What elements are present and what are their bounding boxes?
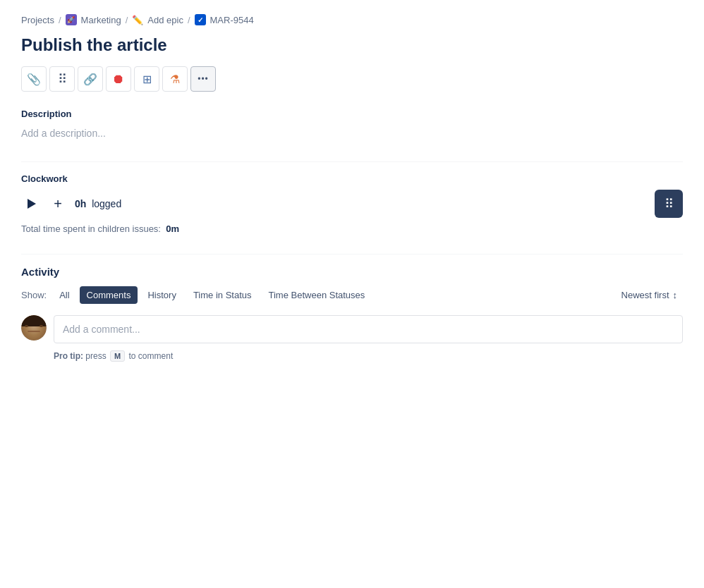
- play-icon: [28, 199, 36, 209]
- tab-all[interactable]: All: [52, 286, 76, 304]
- clockwork-label: Clockwork: [21, 173, 683, 184]
- record-icon: ⏺: [112, 72, 125, 87]
- more-icon: •••: [198, 74, 209, 84]
- table-icon: ⊞: [142, 73, 152, 86]
- more-button[interactable]: •••: [190, 66, 216, 92]
- tab-history[interactable]: History: [140, 286, 183, 304]
- page-wrapper: Projects / 🚀 Marketing / ✏️ Add epic / ✓…: [0, 0, 704, 588]
- marketing-project-icon: 🚀: [66, 14, 77, 25]
- breadcrumb-sep-3: /: [188, 15, 190, 25]
- divider-2: [21, 254, 683, 255]
- flask-icon: ⚗: [170, 73, 180, 86]
- show-label: Show:: [21, 290, 47, 300]
- page-title: Publish the article: [21, 35, 683, 55]
- pencil-icon: ✏️: [132, 15, 143, 25]
- tab-time-between-statuses[interactable]: Time Between Statuses: [262, 286, 372, 304]
- breadcrumb: Projects / 🚀 Marketing / ✏️ Add epic / ✓…: [21, 14, 683, 25]
- total-time-value: 0m: [166, 223, 179, 234]
- activity-section: Activity Show: All Comments History Time…: [21, 266, 683, 362]
- logged-text: 0h logged: [75, 198, 121, 209]
- hierarchy-view-icon: ⠿: [664, 196, 674, 212]
- divider-1: [21, 161, 683, 162]
- link-icon: 🔗: [83, 73, 97, 86]
- clockwork-row: + 0h logged ⠿: [21, 190, 683, 218]
- plus-icon: +: [54, 196, 62, 212]
- link-button[interactable]: 🔗: [78, 66, 103, 92]
- comment-placeholder: Add a comment...: [63, 324, 140, 335]
- description-section: Description Add a description...: [21, 109, 683, 142]
- keyboard-shortcut-m: M: [110, 350, 125, 362]
- comment-area: Add a comment...: [21, 315, 683, 343]
- breadcrumb-epic-link[interactable]: Add epic: [147, 15, 183, 25]
- breadcrumb-issue: ✓: [195, 14, 206, 25]
- record-button[interactable]: ⏺: [106, 66, 131, 92]
- sort-order-button[interactable]: Newest first ↕: [616, 286, 683, 304]
- user-avatar: [21, 315, 47, 341]
- breadcrumb-issue-link[interactable]: MAR-9544: [210, 15, 254, 25]
- breadcrumb-projects[interactable]: Projects: [21, 15, 54, 25]
- description-placeholder[interactable]: Add a description...: [21, 125, 683, 142]
- logged-hours: 0h: [75, 198, 86, 209]
- breadcrumb-epic: ✏️: [132, 15, 143, 25]
- breadcrumb-marketing[interactable]: Marketing: [81, 15, 121, 25]
- description-label: Description: [21, 109, 683, 119]
- breadcrumb-sep-1: /: [59, 15, 61, 25]
- flask-button[interactable]: ⚗: [162, 66, 188, 92]
- table-button[interactable]: ⊞: [134, 66, 159, 92]
- breadcrumb-sep-2: /: [126, 15, 128, 25]
- activity-header: Activity: [21, 266, 683, 278]
- tab-comments[interactable]: Comments: [80, 286, 138, 304]
- tab-time-in-status[interactable]: Time in Status: [186, 286, 259, 304]
- activity-tabs-row: Show: All Comments History Time in Statu…: [21, 286, 683, 304]
- comment-input[interactable]: Add a comment...: [54, 315, 683, 343]
- hierarchy-view-button[interactable]: ⠿: [655, 190, 683, 218]
- attach-button[interactable]: 📎: [21, 66, 47, 92]
- total-time-text: Total time spent in children issues: 0m: [21, 223, 683, 234]
- tabs-group: All Comments History Time in Status Time…: [52, 286, 615, 304]
- clockwork-section: Clockwork + 0h logged ⠿ Total time spent…: [21, 173, 683, 234]
- hierarchy-icon: ⠿: [58, 71, 67, 87]
- toolbar: 📎 ⠿ 🔗 ⏺ ⊞ ⚗ •••: [21, 66, 683, 92]
- structure-button[interactable]: ⠿: [49, 66, 75, 92]
- issue-type-icon: ✓: [195, 14, 206, 25]
- sort-label: Newest first: [621, 290, 669, 300]
- avatar: [21, 315, 47, 341]
- play-button[interactable]: [21, 194, 41, 214]
- add-time-button[interactable]: +: [48, 194, 68, 214]
- sort-icon: ↕: [673, 290, 678, 300]
- pro-tip-label: Pro tip:: [54, 351, 83, 361]
- pro-tip: Pro tip: press M to comment: [54, 350, 683, 362]
- attachment-icon: 📎: [27, 73, 41, 86]
